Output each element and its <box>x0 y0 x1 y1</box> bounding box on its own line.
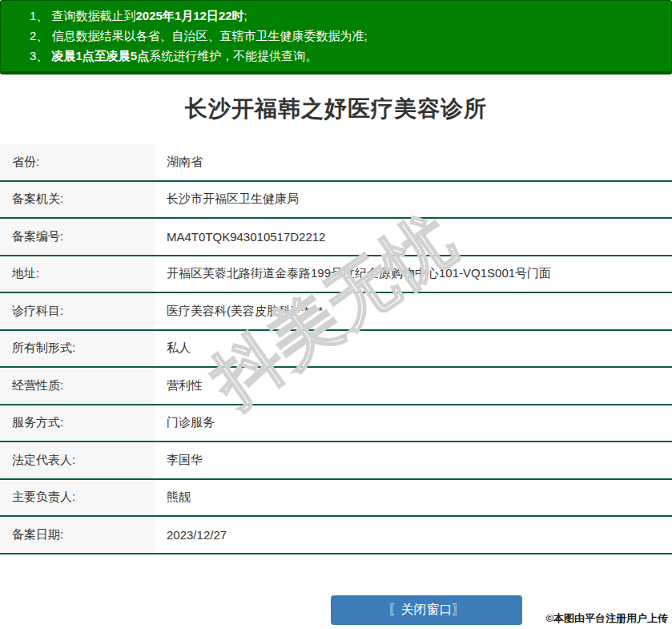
page-title: 长沙开福韩之妤医疗美容诊所 <box>0 93 672 125</box>
close-window-button[interactable]: 〖关闭窗口〗 <box>331 595 522 625</box>
row-label: 备案机关: <box>0 182 155 218</box>
notice-text: 查询数据截止到 <box>52 9 136 22</box>
table-row-service-mode: 服务方式: 门诊服务 <box>0 405 672 443</box>
row-value: 熊靓 <box>155 480 672 516</box>
row-label: 经营性质: <box>0 368 155 404</box>
row-label: 主要负责人: <box>0 480 155 516</box>
row-label: 备案日期: <box>0 517 155 553</box>
row-value: 医疗美容科(美容皮肤科)****** <box>155 293 672 329</box>
notice-number: 1、 <box>30 9 52 22</box>
record-info-table: 省份: 湖南省 备案机关: 长沙市开福区卫生健康局 备案编号: MA4T0TQK… <box>0 144 672 554</box>
row-value: MA4T0TQK943010517D2212 <box>155 219 672 255</box>
notice-item-3: 3、 凌晨1点至凌晨5点系统进行维护，不能提供查询。 <box>30 46 663 66</box>
notice-text-bold: 凌晨1点至凌晨5点 <box>52 49 150 62</box>
table-row-province: 省份: 湖南省 <box>0 144 672 182</box>
row-value: 湖南省 <box>155 144 672 180</box>
row-label: 诊疗科目: <box>0 293 155 329</box>
row-label: 省份: <box>0 144 155 180</box>
upload-copyright-note: ©本图由平台注册用户上传 <box>545 611 668 626</box>
row-value: 开福区芙蓉北路街道金泰路199号世纪金源购物中心101-VQ1S001号门面 <box>155 256 672 292</box>
table-row-filing-number: 备案编号: MA4T0TQK943010517D2212 <box>0 219 672 256</box>
notice-number: 3、 <box>30 49 52 62</box>
notice-item-1: 1、 查询数据截止到2025年1月12日22时; <box>30 6 663 26</box>
notice-text-bold: 2025年1月12日22时 <box>136 9 244 22</box>
table-row-filing-authority: 备案机关: 长沙市开福区卫生健康局 <box>0 182 672 220</box>
table-row-business-nature: 经营性质: 营利性 <box>0 368 672 405</box>
row-label: 所有制形式: <box>0 331 155 367</box>
row-value: 门诊服务 <box>155 405 672 442</box>
table-row-legal-representative: 法定代表人: 李国华 <box>0 442 672 480</box>
notice-number: 2、 <box>30 29 52 42</box>
table-row-treatment-subjects: 诊疗科目: 医疗美容科(美容皮肤科)****** <box>0 293 672 331</box>
row-value: 李国华 <box>155 442 672 478</box>
table-row-ownership-form: 所有制形式: 私人 <box>0 331 672 369</box>
notice-text: 系统进行维护，不能提供查询。 <box>149 49 317 62</box>
row-label: 备案编号: <box>0 219 155 255</box>
row-label: 地址: <box>0 256 155 292</box>
row-label: 法定代表人: <box>0 442 155 478</box>
notice-banner: 1、 查询数据截止到2025年1月12日22时; 2、 信息数据结果以各省、自治… <box>0 0 672 75</box>
row-value: 私人 <box>155 331 672 367</box>
row-value: 长沙市开福区卫生健康局 <box>155 182 672 218</box>
table-row-address: 地址: 开福区芙蓉北路街道金泰路199号世纪金源购物中心101-VQ1S001号… <box>0 256 672 294</box>
row-value: 2023/12/27 <box>155 517 672 553</box>
row-label: 服务方式: <box>0 405 155 442</box>
notice-text: ; <box>244 9 247 22</box>
notice-item-2: 2、 信息数据结果以各省、自治区、直辖市卫生健康委数据为准; <box>30 26 663 46</box>
notice-text: 信息数据结果以各省、自治区、直辖市卫生健康委数据为准; <box>52 29 368 42</box>
table-row-filing-date: 备案日期: 2023/12/27 <box>0 517 672 554</box>
table-row-main-person-in-charge: 主要负责人: 熊靓 <box>0 480 672 518</box>
row-value: 营利性 <box>155 368 672 404</box>
